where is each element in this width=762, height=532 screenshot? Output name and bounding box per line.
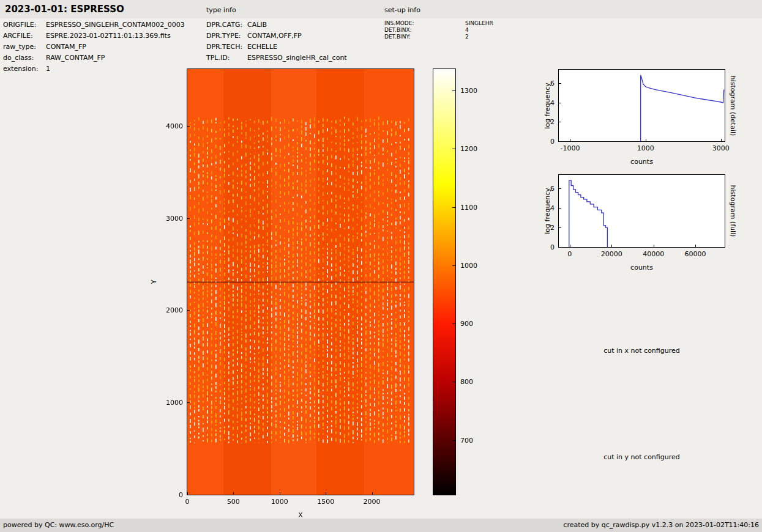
- meta-dpr-catg: DPR.CATG:CALIB: [206, 20, 347, 31]
- meta-value: 4: [465, 27, 469, 33]
- tick-mark: [452, 440, 455, 441]
- x-tick-label: -1000: [560, 144, 580, 152]
- meta-label: raw_type:: [3, 42, 46, 53]
- x-tick-label: 0: [185, 498, 190, 506]
- setup-info-metadata: INS.MODE:SINGLEHR DET.BINX:4 DET.BINY:2: [384, 20, 493, 40]
- histogram-detail-plot: -100010003000 0246 counts log frequency …: [558, 69, 725, 142]
- detector-image: [187, 69, 414, 495]
- meta-tpl-id: TPL.ID:ESPRESSO_singleHR_cal_cont: [206, 53, 347, 64]
- x-tick-label: 0: [567, 250, 572, 258]
- meta-value: ESPRE.2023-01-02T11:01:13.369.fits: [46, 32, 171, 40]
- meta-label: ARCFILE:: [3, 31, 46, 42]
- x-tick-label: 3000: [712, 144, 730, 152]
- y-tick-label: 0: [179, 491, 183, 499]
- meta-do-class: do_class:RAW_CONTAM_FP: [3, 53, 185, 64]
- histogram-full-plot: 0200004000060000 0246 counts log frequen…: [558, 174, 725, 248]
- y-tick-label: 2000: [166, 306, 183, 314]
- tick-mark: [452, 207, 455, 208]
- meta-value: ECHELLE: [247, 43, 277, 51]
- x-tick-label: 20000: [601, 250, 622, 258]
- cb-tick-label: 1100: [460, 203, 477, 211]
- meta-label: DET.BINX:: [384, 27, 465, 34]
- y-tick-label: 0: [550, 138, 555, 146]
- setup-info-heading: set-up info: [384, 6, 420, 14]
- histogram-full-title: histogram (full): [729, 185, 737, 237]
- meta-arcfile: ARCFILE:ESPRE.2023-01-02T11:01:13.369.fi…: [3, 31, 185, 42]
- y-tick-label: 0: [550, 243, 555, 251]
- histogram-detail-line: [641, 75, 725, 141]
- meta-value: RAW_CONTAM_FP: [46, 54, 105, 62]
- meta-det-binx: DET.BINX:4: [384, 27, 493, 34]
- meta-extension: extension:1: [3, 64, 185, 75]
- meta-label: ORIGFILE:: [3, 20, 46, 31]
- tick-mark: [187, 495, 190, 495]
- x-tick-label: 1000: [271, 498, 288, 506]
- meta-value: ESPRESSO_singleHR_cal_cont: [247, 54, 347, 62]
- tick-mark: [452, 323, 455, 324]
- raw-detector-image-plot: 0500100015002000 01000200030004000 X Y: [187, 68, 414, 495]
- qc-report-page: 2023-01-01: ESPRESSO type info set-up in…: [0, 0, 762, 532]
- footer-bar: powered by QC: www.eso.org/HC created by…: [0, 519, 762, 532]
- y-tick-label: 3000: [166, 214, 183, 222]
- cb-tick-label: 1200: [460, 145, 477, 153]
- x-tick-label: 40000: [643, 250, 664, 258]
- meta-label: DPR.TYPE:: [206, 31, 247, 42]
- x-tick-label: 2000: [364, 498, 381, 506]
- y-tick-label: 4000: [166, 122, 183, 130]
- meta-label: DET.BINY:: [384, 34, 465, 40]
- meta-label: do_class:: [3, 53, 46, 64]
- meta-label: DPR.TECH:: [206, 42, 247, 53]
- meta-value: ESPRESSO_SINGLEHR_CONTAM002_0003: [46, 21, 185, 29]
- tick-mark: [452, 149, 455, 149]
- cb-tick-label: 1300: [460, 87, 477, 95]
- meta-label: extension:: [3, 64, 46, 75]
- meta-label: INS.MODE:: [384, 20, 465, 27]
- log-frequency-axis-label: log frequency: [543, 188, 551, 234]
- y-tick-label: 1000: [166, 399, 183, 407]
- tick-mark: [559, 141, 561, 142]
- cut-x-note: cut in x not configured: [558, 347, 725, 355]
- cb-tick-label: 900: [460, 320, 473, 328]
- page-title: 2023-01-01: ESPRESSO: [5, 4, 124, 15]
- header-bar: 2023-01-01: ESPRESSO type info set-up in…: [0, 0, 762, 18]
- footer-created-by: created by qc_rawdisp.py v1.2.3 on 2023-…: [563, 519, 759, 532]
- meta-label: DPR.CATG:: [206, 20, 247, 31]
- histogram-full-canvas: [559, 175, 725, 247]
- meta-value: 2: [465, 34, 469, 40]
- x-tick-label: 1000: [637, 144, 654, 152]
- type-info-heading: type info: [206, 6, 236, 14]
- cb-tick-label: 800: [460, 378, 473, 386]
- meta-raw-type: raw_type:CONTAM_FP: [3, 42, 185, 53]
- histogram-full-line: [569, 180, 608, 247]
- meta-det-biny: DET.BINY:2: [384, 34, 493, 40]
- file-metadata: ORIGFILE:ESPRESSO_SINGLEHR_CONTAM002_000…: [3, 20, 185, 75]
- tick-mark: [559, 247, 561, 248]
- histogram-detail-title: histogram (detail): [729, 75, 737, 136]
- cb-tick-label: 1000: [460, 261, 477, 269]
- x-tick-label: 1500: [317, 498, 334, 506]
- log-frequency-axis-label: log frequency: [543, 83, 551, 128]
- meta-dpr-tech: DPR.TECH:ECHELLE: [206, 42, 347, 53]
- colorbar: 7008009001000110012001300: [433, 68, 456, 495]
- cut-y-note: cut in y not configured: [558, 453, 725, 461]
- type-info-metadata: DPR.CATG:CALIB DPR.TYPE:CONTAM,OFF,FP DP…: [206, 20, 347, 64]
- meta-dpr-type: DPR.TYPE:CONTAM,OFF,FP: [206, 31, 347, 42]
- meta-ins-mode: INS.MODE:SINGLEHR: [384, 20, 493, 27]
- meta-origfile: ORIGFILE:ESPRESSO_SINGLEHR_CONTAM002_000…: [3, 20, 185, 31]
- meta-label: TPL.ID:: [206, 53, 247, 64]
- colorbar-axis: 7008009001000110012001300: [433, 69, 455, 495]
- tick-mark: [452, 382, 455, 382]
- counts-axis-label: counts: [630, 158, 653, 166]
- cb-tick-label: 700: [460, 436, 473, 444]
- meta-value: 1: [46, 65, 50, 73]
- tick-mark: [452, 265, 455, 266]
- counts-axis-label: counts: [630, 264, 653, 272]
- meta-value: CONTAM,OFF,FP: [247, 32, 302, 40]
- x-tick-label: 60000: [685, 250, 706, 258]
- x-tick-label: 500: [227, 498, 240, 506]
- histogram-detail-canvas: [559, 70, 725, 141]
- footer-powered-by: powered by QC: www.eso.org/HC: [3, 519, 114, 532]
- tick-mark: [452, 91, 455, 91]
- meta-value: SINGLEHR: [465, 20, 493, 26]
- meta-value: CONTAM_FP: [46, 43, 86, 51]
